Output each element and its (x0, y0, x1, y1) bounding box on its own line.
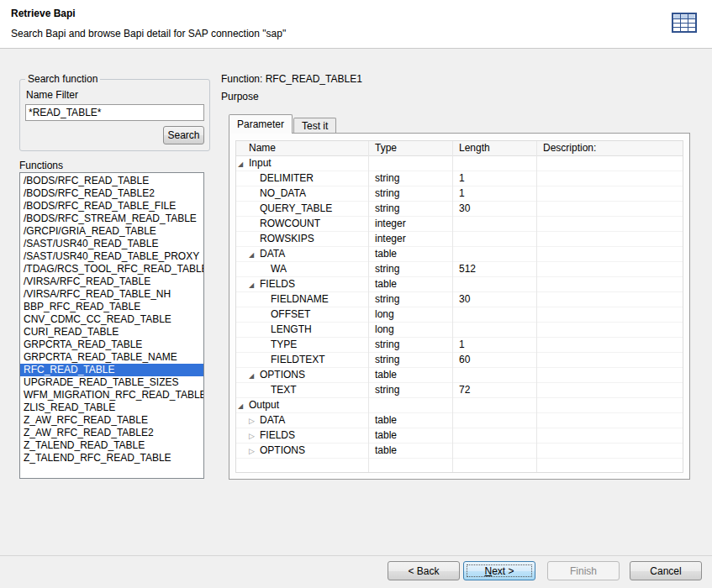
parameter-row[interactable]: ◢Input (236, 156, 683, 171)
function-list-item[interactable]: WFM_MIGRATION_RFC_READ_TABLE (20, 389, 203, 402)
parameter-row[interactable]: TYPEstring1 (236, 338, 683, 353)
tree-expanded-icon[interactable]: ◢ (238, 157, 249, 171)
function-list-item[interactable]: /GRCPI/GRIA_READ_TABLE (20, 225, 203, 238)
parameter-row[interactable]: ◢FIELDStable (236, 277, 683, 292)
param-name: QUERY_TABLE (260, 202, 332, 214)
parameter-row[interactable]: LENGTHlong (236, 323, 683, 338)
parameter-row[interactable]: ▷OPTIONStable (236, 444, 683, 459)
tree-expanded-icon[interactable]: ◢ (238, 399, 249, 412)
param-length (452, 323, 536, 337)
param-name: FIELDS (260, 278, 295, 290)
param-name: OFFSET (271, 308, 310, 320)
parameter-row[interactable]: ▷FIELDStable (236, 428, 683, 444)
function-list-item[interactable]: Z_TALEND_READ_TABLE (20, 439, 203, 452)
table-icon (671, 11, 698, 34)
search-button[interactable]: Search (163, 126, 204, 144)
parameter-row[interactable]: OFFSETlong (236, 307, 683, 323)
param-name: OPTIONS (260, 444, 305, 456)
function-list-item[interactable]: GRPCRTA_READ_TABLE_NAME (20, 351, 203, 364)
param-description (536, 323, 683, 337)
parameter-row[interactable]: ◢DATAtable (236, 247, 683, 262)
param-length (452, 368, 536, 382)
group-legend: Search function (25, 73, 100, 85)
function-list-item[interactable]: CURI_READ_TABLE (20, 326, 203, 339)
param-name: FIELDNAME (271, 293, 329, 305)
param-length (452, 156, 536, 171)
column-header-name[interactable]: Name (236, 141, 368, 155)
param-name: Input (249, 157, 272, 169)
parameter-row[interactable]: ▷DATAtable (236, 413, 683, 428)
parameter-row[interactable]: FIELDTEXTstring60 (236, 353, 683, 368)
parameter-row[interactable]: ROWCOUNTinteger (236, 217, 683, 232)
param-name: ROWSKIPS (260, 233, 314, 244)
function-list-item[interactable]: Z_AW_RFC_READ_TABLE2 (20, 427, 203, 439)
tree-collapsed-icon[interactable]: ▷ (249, 414, 260, 428)
tree-expanded-icon[interactable]: ◢ (249, 278, 260, 291)
param-description (536, 156, 683, 171)
param-description (536, 202, 683, 216)
parameter-row[interactable]: ◢Output (236, 398, 683, 413)
param-name: DATA (260, 248, 285, 260)
next-button[interactable]: Next > (463, 561, 535, 580)
tree-expanded-icon[interactable]: ◢ (249, 248, 260, 261)
param-type: table (368, 428, 452, 443)
param-length (452, 217, 536, 231)
param-type: string (368, 292, 452, 307)
tree-collapsed-icon[interactable]: ▷ (249, 444, 260, 458)
param-type: integer (368, 217, 452, 231)
function-list-item[interactable]: RFC_READ_TABLE (20, 364, 203, 376)
page-title: Retrieve Bapi (11, 8, 76, 19)
function-list-item[interactable]: /SAST/USR40_READ_TABLE (20, 238, 203, 250)
param-length (452, 247, 536, 261)
param-type: table (368, 368, 452, 382)
function-list-item[interactable]: CNV_CDMC_CC_READ_TABLE (20, 313, 203, 326)
page-subtitle: Search Bapi and browse Bapi detail for S… (11, 28, 286, 39)
function-list-item[interactable]: Z_AW_RFC_READ_TABLE (20, 414, 203, 427)
tree-collapsed-icon[interactable]: ▷ (249, 429, 260, 443)
detail-tabbar: Parameter Test it (229, 114, 337, 134)
name-filter-input[interactable] (25, 104, 204, 121)
parameter-row[interactable]: FIELDNAMEstring30 (236, 292, 683, 307)
param-description (536, 232, 683, 246)
param-description (536, 413, 683, 428)
param-type: table (368, 277, 452, 291)
function-list-item[interactable]: GRPCRTA_READ_TABLE (20, 339, 203, 351)
parameter-row[interactable]: QUERY_TABLEstring30 (236, 202, 683, 217)
function-list-item[interactable]: /SAST/USR40_READ_TABLE_PROXY (20, 250, 203, 263)
parameter-row[interactable]: NO_DATAstring1 (236, 186, 683, 202)
tab-parameter[interactable]: Parameter (229, 114, 293, 134)
cancel-button[interactable]: Cancel (630, 561, 702, 580)
param-length: 30 (452, 292, 536, 307)
functions-label: Functions (19, 160, 63, 171)
column-header-description[interactable]: Description: (536, 141, 683, 155)
parameter-row[interactable]: ◢OPTIONStable (236, 368, 683, 383)
functions-list[interactable]: /BODS/RFC_READ_TABLE/BODS/RFC_READ_TABLE… (19, 172, 204, 479)
param-description (536, 292, 683, 307)
parameter-row[interactable]: ROWSKIPSinteger (236, 232, 683, 247)
param-description (536, 353, 683, 367)
function-list-item[interactable]: /VIRSA/RFC_READ_TABLE_NH (20, 288, 203, 301)
function-list-item[interactable]: BBP_RFC_READ_TABLE (20, 301, 203, 313)
parameter-row[interactable]: DELIMITERstring1 (236, 171, 683, 186)
param-name: OPTIONS (260, 369, 305, 381)
parameter-row[interactable]: WAstring512 (236, 262, 683, 277)
param-type: string (368, 338, 452, 352)
tab-test-it[interactable]: Test it (293, 118, 336, 134)
column-header-length[interactable]: Length (452, 141, 536, 155)
function-list-item[interactable]: /TDAG/RCS_TOOL_RFC_READ_TABLE (20, 263, 203, 276)
column-header-type[interactable]: Type (368, 141, 452, 155)
parameter-row[interactable]: TEXTstring72 (236, 383, 683, 398)
function-list-item[interactable]: Z_TALEND_RFC_READ_TABLE (20, 452, 203, 465)
function-list-item[interactable]: /VIRSA/RFC_READ_TABLE (20, 276, 203, 288)
function-list-item[interactable]: /BODS/RFC_READ_TABLE_FILE (20, 200, 203, 213)
param-name: TYPE (271, 339, 297, 350)
function-list-item[interactable]: /BODS/RFC_READ_TABLE2 (20, 187, 203, 200)
back-button[interactable]: < Back (388, 561, 460, 580)
function-list-item[interactable]: /BODS/RFC_READ_TABLE (20, 175, 203, 187)
function-list-item[interactable]: UPGRADE_READ_TABLE_SIZES (20, 376, 203, 389)
function-list-item[interactable]: ZLIS_READ_TABLE (20, 402, 203, 414)
param-length (452, 428, 536, 443)
function-list-item[interactable]: /BODS/RFC_STREAM_READ_TABLE (20, 213, 203, 225)
param-description (536, 247, 683, 261)
tree-expanded-icon[interactable]: ◢ (249, 369, 260, 382)
